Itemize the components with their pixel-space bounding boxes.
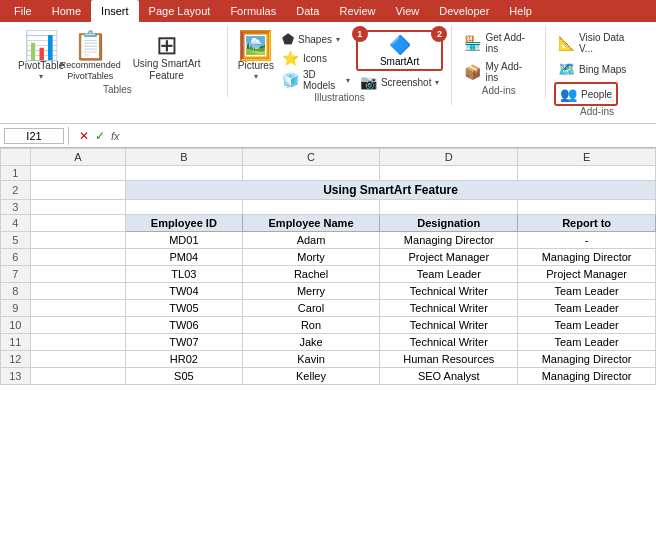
recommended-pt-icon: 📋 bbox=[73, 32, 108, 60]
cell-a8[interactable] bbox=[30, 283, 125, 300]
cell-b8[interactable]: TW04 bbox=[126, 283, 243, 300]
cell-a2[interactable] bbox=[30, 181, 125, 200]
cell-c12[interactable]: Kavin bbox=[242, 351, 380, 368]
col-header-b[interactable]: B bbox=[126, 149, 243, 166]
tab-data[interactable]: Data bbox=[286, 0, 329, 22]
tab-file[interactable]: File bbox=[4, 0, 42, 22]
cell-a7[interactable] bbox=[30, 266, 125, 283]
col-header-d[interactable]: D bbox=[380, 149, 518, 166]
spreadsheet: A B C D E 1 2 Using SmartArt Feature bbox=[0, 148, 656, 539]
cell-a3[interactable] bbox=[30, 200, 125, 215]
col-header-c[interactable]: C bbox=[242, 149, 380, 166]
tab-help[interactable]: Help bbox=[499, 0, 542, 22]
cell-e8[interactable]: Team Leader bbox=[518, 283, 656, 300]
pivottable-caret: ▾ bbox=[39, 72, 43, 81]
tab-home[interactable]: Home bbox=[42, 0, 91, 22]
table-row: 6 PM04 Morty Project Manager Managing Di… bbox=[1, 249, 656, 266]
cell-e5[interactable]: - bbox=[518, 232, 656, 249]
ribbon-body: 📊 PivotTable ▾ 📋 RecommendedPivotTables … bbox=[0, 22, 656, 124]
tab-formulas[interactable]: Formulas bbox=[220, 0, 286, 22]
cell-a11[interactable] bbox=[30, 334, 125, 351]
cell-c11[interactable]: Jake bbox=[242, 334, 380, 351]
cell-d10[interactable]: Technical Writer bbox=[380, 317, 518, 334]
tab-insert[interactable]: Insert bbox=[91, 0, 139, 22]
cell-reference-input[interactable] bbox=[4, 128, 64, 144]
visio-button[interactable]: 📐 Visio Data V... bbox=[554, 30, 640, 56]
cell-c10[interactable]: Ron bbox=[242, 317, 380, 334]
cell-d12[interactable]: Human Resources bbox=[380, 351, 518, 368]
tab-developer[interactable]: Developer bbox=[429, 0, 499, 22]
pivottable-button[interactable]: 📊 PivotTable ▾ bbox=[16, 30, 66, 83]
cell-a13[interactable] bbox=[30, 368, 125, 385]
cell-c1[interactable] bbox=[242, 166, 380, 181]
cell-b11[interactable]: TW07 bbox=[126, 334, 243, 351]
formula-icons: ✕ ✓ fx bbox=[73, 129, 126, 143]
cell-d3[interactable] bbox=[380, 200, 518, 215]
my-addins-button[interactable]: 📦 My Add-ins bbox=[460, 59, 537, 85]
tab-page-layout[interactable]: Page Layout bbox=[139, 0, 221, 22]
cell-a5[interactable] bbox=[30, 232, 125, 249]
cell-d1[interactable] bbox=[380, 166, 518, 181]
cell-e10[interactable]: Team Leader bbox=[518, 317, 656, 334]
cell-a9[interactable] bbox=[30, 300, 125, 317]
people-graph-button[interactable]: 👥 People bbox=[554, 82, 618, 106]
cell-d6[interactable]: Project Manager bbox=[380, 249, 518, 266]
cell-b9[interactable]: TW05 bbox=[126, 300, 243, 317]
table-button[interactable]: ⊞ Using SmartArt Feature bbox=[114, 30, 218, 84]
cell-a10[interactable] bbox=[30, 317, 125, 334]
tab-view[interactable]: View bbox=[386, 0, 430, 22]
cell-a1[interactable] bbox=[30, 166, 125, 181]
cell-c9[interactable]: Carol bbox=[242, 300, 380, 317]
addins-left-group-label: Add-ins bbox=[482, 85, 516, 98]
screenshot-button[interactable]: 📷 Screenshot ▾ bbox=[356, 73, 444, 91]
cell-b10[interactable]: TW06 bbox=[126, 317, 243, 334]
cell-a4[interactable] bbox=[30, 215, 125, 232]
cell-d13[interactable]: SEO Analyst bbox=[380, 368, 518, 385]
cell-e1[interactable] bbox=[518, 166, 656, 181]
smartart-button[interactable]: 1 🔷 SmartArt 2 bbox=[356, 30, 444, 71]
icons-button[interactable]: ⭐ Icons bbox=[278, 49, 331, 67]
cell-d8[interactable]: Technical Writer bbox=[380, 283, 518, 300]
bing-maps-button[interactable]: 🗺️ Bing Maps bbox=[554, 59, 630, 79]
cell-c7[interactable]: Rachel bbox=[242, 266, 380, 283]
pictures-button[interactable]: 🖼️ Pictures ▾ bbox=[236, 30, 276, 83]
cell-d11[interactable]: Technical Writer bbox=[380, 334, 518, 351]
recommended-pivottables-button[interactable]: 📋 RecommendedPivotTables bbox=[68, 30, 112, 84]
col-header-a[interactable]: A bbox=[30, 149, 125, 166]
cell-b7[interactable]: TL03 bbox=[126, 266, 243, 283]
cell-d5[interactable]: Managing Director bbox=[380, 232, 518, 249]
cell-d9[interactable]: Technical Writer bbox=[380, 300, 518, 317]
cell-e6[interactable]: Managing Director bbox=[518, 249, 656, 266]
cell-e7[interactable]: Project Manager bbox=[518, 266, 656, 283]
cell-e9[interactable]: Team Leader bbox=[518, 300, 656, 317]
cell-b5[interactable]: MD01 bbox=[126, 232, 243, 249]
get-addins-label: Get Add-ins bbox=[485, 32, 533, 54]
cell-c6[interactable]: Morty bbox=[242, 249, 380, 266]
cell-e3[interactable] bbox=[518, 200, 656, 215]
fx-icon: fx bbox=[111, 130, 120, 142]
tab-review[interactable]: Review bbox=[329, 0, 385, 22]
cell-e12[interactable]: Managing Director bbox=[518, 351, 656, 368]
cell-c8[interactable]: Merry bbox=[242, 283, 380, 300]
cell-c3[interactable] bbox=[242, 200, 380, 215]
cell-b3[interactable] bbox=[126, 200, 243, 215]
cancel-icon: ✕ bbox=[79, 129, 89, 143]
cell-b12[interactable]: HR02 bbox=[126, 351, 243, 368]
illus-row-2: ⭐ Icons bbox=[278, 49, 354, 67]
col-header-e[interactable]: E bbox=[518, 149, 656, 166]
cell-b1[interactable] bbox=[126, 166, 243, 181]
cell-e11[interactable]: Team Leader bbox=[518, 334, 656, 351]
formula-input[interactable] bbox=[126, 130, 652, 142]
cell-a6[interactable] bbox=[30, 249, 125, 266]
cell-b13[interactable]: S05 bbox=[126, 368, 243, 385]
cell-c5[interactable]: Adam bbox=[242, 232, 380, 249]
cell-d7[interactable]: Team Leader bbox=[380, 266, 518, 283]
3d-models-button[interactable]: 🧊 3D Models ▾ bbox=[278, 68, 354, 92]
cell-e13[interactable]: Managing Director bbox=[518, 368, 656, 385]
cell-c13[interactable]: Kelley bbox=[242, 368, 380, 385]
shapes-button[interactable]: ⬟ Shapes ▾ bbox=[278, 30, 344, 48]
cell-a12[interactable] bbox=[30, 351, 125, 368]
cell-b6[interactable]: PM04 bbox=[126, 249, 243, 266]
get-addins-button[interactable]: 🏪 Get Add-ins bbox=[460, 30, 537, 56]
table-row: 11 TW07 Jake Technical Writer Team Leade… bbox=[1, 334, 656, 351]
